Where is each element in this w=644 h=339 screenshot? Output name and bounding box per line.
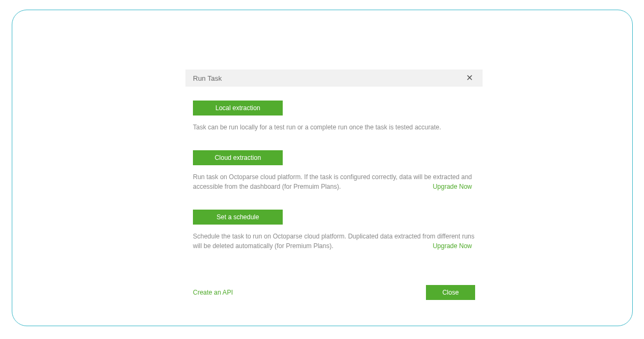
modal-body: Local extraction Task can be run locally… [185,87,483,251]
schedule-section: Set a schedule Schedule the task to run … [193,210,475,251]
create-api-link[interactable]: Create an API [193,289,233,296]
close-button[interactable]: Close [426,285,475,300]
local-extraction-button[interactable]: Local extraction [193,101,283,115]
outer-frame: Run Task ✕ Local extraction Task can be … [12,10,633,326]
set-schedule-button[interactable]: Set a schedule [193,210,283,225]
upgrade-now-link-schedule[interactable]: Upgrade Now [433,241,472,251]
schedule-desc: Schedule the task to run on Octoparse cl… [193,232,475,251]
cloud-extraction-button[interactable]: Cloud extraction [193,150,283,165]
local-extraction-section: Local extraction Task can be run locally… [193,101,475,132]
run-task-modal: Run Task ✕ Local extraction Task can be … [185,70,483,300]
modal-header: Run Task ✕ [185,70,483,87]
cloud-extraction-section: Cloud extraction Run task on Octoparse c… [193,150,475,191]
modal-footer: Create an API Close [185,269,483,300]
modal-title: Run Task [193,74,222,82]
close-icon[interactable]: ✕ [464,72,475,84]
upgrade-now-link-cloud[interactable]: Upgrade Now [433,182,472,191]
local-desc-text: Task can be run locally for a test run o… [193,122,475,132]
local-extraction-desc: Task can be run locally for a test run o… [193,122,475,132]
cloud-extraction-desc: Run task on Octoparse cloud platform. If… [193,172,475,191]
